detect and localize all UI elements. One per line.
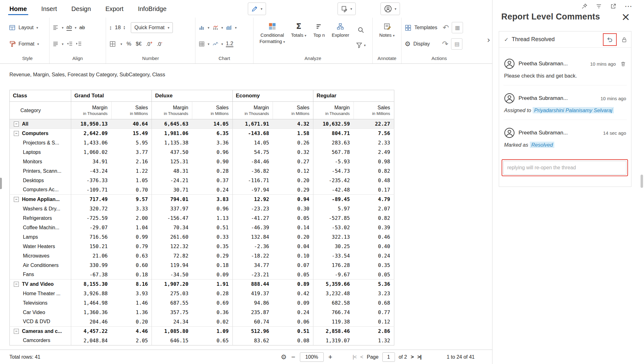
table-row: Desktops-376.331.05-24.210.37-116.710.20… [10, 176, 394, 185]
close-panel-icon[interactable]: × [621, 13, 631, 21]
reply-input[interactable] [503, 161, 626, 175]
value-cell: 0.46 [354, 232, 394, 242]
filter-list-icon[interactable] [596, 3, 602, 9]
tab-insert[interactable]: Insert [41, 0, 57, 18]
step-down-icon[interactable]: ▾ [124, 28, 125, 30]
value-cell: 3.83 [192, 195, 233, 204]
value-cell: 83.62 [232, 336, 273, 345]
format-dropdown[interactable]: Format ▾ [9, 36, 46, 52]
pin-icon[interactable] [581, 3, 588, 9]
left-scrollbar-thumb[interactable] [0, 178, 2, 189]
wrap-text-glyph: ab [67, 24, 72, 31]
vertical-align-icon[interactable] [53, 41, 59, 47]
reopen-thread-button[interactable] [603, 33, 617, 46]
tab-infobridge[interactable]: InfoBridge [138, 0, 167, 18]
conditional-label-2: Formatting [259, 39, 282, 44]
collapse-toggle[interactable]: − [14, 122, 19, 127]
collapse-toggle[interactable]: − [14, 329, 19, 334]
borders-icon[interactable] [109, 41, 116, 47]
delete-comment-icon[interactable] [620, 61, 626, 67]
value-cell: 30.25 [313, 242, 354, 251]
undo-icon [606, 36, 613, 43]
display-button[interactable]: Display [413, 41, 430, 47]
zoom-out-button[interactable]: − [290, 353, 297, 361]
align-text-icon[interactable] [53, 24, 59, 31]
account-button[interactable]: ▾ [381, 3, 400, 15]
filter-icon[interactable]: ▾ [356, 42, 366, 49]
value-cell: 0.27 [273, 157, 313, 166]
combo-chart-icon[interactable] [212, 24, 219, 31]
settings-gear-icon[interactable]: ⚙ [281, 353, 287, 361]
layout-dropdown[interactable]: Layout ▾ [9, 19, 46, 36]
notes-button[interactable]: Notes ▾ [376, 19, 398, 56]
value-cell: 2.86 [354, 327, 394, 336]
open-external-icon[interactable] [610, 3, 616, 9]
chevron-down-icon: ▾ [305, 34, 306, 37]
zoom-in-button[interactable]: + [327, 353, 334, 361]
conditional-formatting-button[interactable]: Conditional Formatting ▾ [257, 19, 288, 56]
collapse-toggle[interactable]: − [14, 197, 19, 202]
value-cell: 0.07 [273, 261, 313, 270]
value-cell: -527.85 [313, 214, 354, 223]
value-cell: 567.78 [313, 148, 354, 157]
row-label: Projectors & S... [23, 140, 59, 146]
value-cell: 132.84 [232, 232, 273, 242]
table-icon[interactable] [199, 41, 205, 47]
lock-icon[interactable] [621, 36, 627, 43]
abbreviate-button[interactable]: ab [79, 25, 85, 30]
chevron-down-icon: ▾ [350, 7, 352, 11]
page-number-input[interactable] [382, 352, 395, 362]
font-size-stepper[interactable]: ▴▾ [124, 25, 125, 30]
collapse-toggle[interactable]: − [14, 282, 19, 287]
area-chart-icon[interactable] [226, 24, 232, 31]
comment-author: Preetha Subraman... [519, 95, 568, 101]
value-cell: -156.47 [152, 214, 192, 223]
bar-chart-icon[interactable] [199, 24, 205, 31]
annotation-tool-button[interactable]: ▾ [338, 3, 356, 15]
prev-page-button[interactable]: < [360, 354, 363, 360]
redo-icon[interactable]: ↷ [442, 40, 448, 48]
first-page-button[interactable]: |< [353, 354, 356, 360]
chevron-down-icon: ▾ [75, 26, 77, 30]
panel-scrollbar [640, 0, 644, 364]
panel-scrollbar-thumb[interactable] [641, 175, 643, 188]
value-cell: 8,155.30 [71, 280, 112, 289]
currency-format-button[interactable]: $€ [136, 41, 142, 47]
wrap-text-button[interactable]: ab [67, 24, 72, 31]
decimal-format-button[interactable]: 1.2 [226, 41, 233, 47]
clipped-action-button[interactable]: ▤ [451, 38, 462, 50]
more-options-icon[interactable]: ⋯ [625, 4, 632, 8]
undo-icon[interactable]: ↶ [443, 23, 449, 32]
totals-button[interactable]: Σ Totals ▾ [288, 19, 310, 56]
tab-home[interactable]: Home [9, 0, 27, 18]
top-n-button[interactable]: Top n [310, 19, 329, 56]
measure-header: Marginin Thousands [313, 102, 354, 119]
clipped-action-button[interactable]: ▦ [452, 22, 463, 33]
quick-format-dropdown[interactable]: Quick Format ▾ [131, 22, 173, 33]
value-cell: 0.06 [273, 317, 313, 327]
collapse-toggle[interactable]: − [14, 131, 19, 136]
mention[interactable]: Priyadarshini Palanisamy Selvaraj [533, 107, 614, 113]
zoom-level-dropdown[interactable]: 100% [300, 352, 324, 362]
tab-export[interactable]: Export [105, 0, 124, 18]
last-page-button[interactable]: >| [417, 354, 421, 360]
mention[interactable]: Resolved [530, 142, 555, 148]
add-decimal-button[interactable]: .0+ [146, 41, 152, 47]
percent-format-button[interactable]: % [127, 41, 131, 47]
outdent-icon[interactable] [67, 41, 73, 47]
tab-design[interactable]: Design [72, 0, 91, 18]
ribbon-expand-icon[interactable]: › [487, 35, 490, 45]
templates-button[interactable]: Templates [414, 25, 437, 30]
next-page-button[interactable]: > [411, 354, 413, 360]
row-range-label: 1 to 24 of 41 [447, 354, 475, 360]
edit-mode-button[interactable]: ▾ [248, 3, 266, 15]
remove-decimal-button[interactable]: .0- [157, 41, 162, 47]
search-icon[interactable] [357, 26, 364, 33]
explorer-button[interactable]: Explorer [329, 19, 352, 56]
row-label: Coffee Machin... [23, 225, 59, 231]
font-size-value[interactable]: 18 [115, 24, 121, 31]
indent-icon[interactable] [76, 41, 82, 47]
row-label: Printers, Scann... [23, 168, 61, 174]
line-chart-icon[interactable] [212, 41, 219, 47]
value-cell: 2.07 [354, 204, 394, 214]
